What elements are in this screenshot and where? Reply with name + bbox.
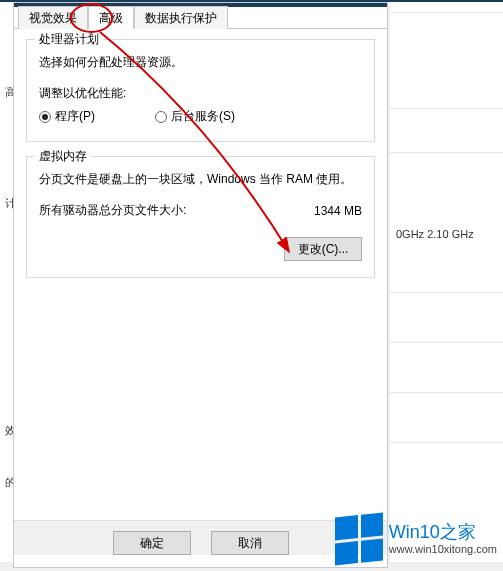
tab-dep[interactable]: 数据执行保护	[134, 6, 228, 29]
groupbox-vm-legend: 虚拟内存	[35, 148, 91, 165]
radio-programs-label: 程序(P)	[55, 108, 95, 125]
background-sysinfo: 0GHz 2.10 GHz	[390, 2, 503, 562]
groupbox-cpu-scheduling: 处理器计划 选择如何分配处理器资源。 调整以优化性能: 程序(P) 后台服务(S…	[26, 39, 375, 142]
vm-total-value: 1344 MB	[314, 204, 362, 218]
windows-logo-icon	[335, 512, 383, 565]
cpu-radio-row: 程序(P) 后台服务(S)	[39, 108, 362, 125]
dialog-content: 处理器计划 选择如何分配处理器资源。 调整以优化性能: 程序(P) 后台服务(S…	[14, 29, 387, 302]
tab-visual-effects[interactable]: 视觉效果	[18, 6, 88, 29]
dialog-button-row: 确定 取消	[14, 520, 387, 555]
groupbox-virtual-memory: 虚拟内存 分页文件是硬盘上的一块区域，Windows 当作 RAM 使用。 所有…	[26, 156, 375, 278]
radio-dot-icon	[39, 111, 51, 123]
cpu-desc: 选择如何分配处理器资源。	[39, 54, 362, 71]
cpu-adjust-label: 调整以优化性能:	[39, 85, 362, 102]
ok-button[interactable]: 确定	[113, 531, 191, 555]
vm-desc: 分页文件是硬盘上的一块区域，Windows 当作 RAM 使用。	[39, 171, 362, 188]
cancel-button[interactable]: 取消	[211, 531, 289, 555]
radio-dot-icon	[155, 111, 167, 123]
vm-total-label: 所有驱动器总分页文件大小:	[39, 202, 186, 219]
tab-strip: 视觉效果 高级 数据执行保护	[14, 7, 387, 29]
watermark-title: Win10之家	[389, 523, 497, 543]
groupbox-cpu-legend: 处理器计划	[35, 31, 103, 48]
tab-advanced[interactable]: 高级	[88, 6, 134, 29]
performance-options-dialog: 视觉效果 高级 数据执行保护 处理器计划 选择如何分配处理器资源。 调整以优化性…	[13, 2, 388, 568]
change-button[interactable]: 更改(C)...	[284, 237, 362, 261]
radio-programs[interactable]: 程序(P)	[39, 108, 95, 125]
radio-services-label: 后台服务(S)	[171, 108, 235, 125]
watermark: Win10之家 www.win10xitong.com	[335, 515, 497, 563]
radio-background-services[interactable]: 后台服务(S)	[155, 108, 235, 125]
watermark-url: www.win10xitong.com	[389, 543, 497, 555]
bg-cpu-speed: 0GHz 2.10 GHz	[396, 228, 474, 240]
